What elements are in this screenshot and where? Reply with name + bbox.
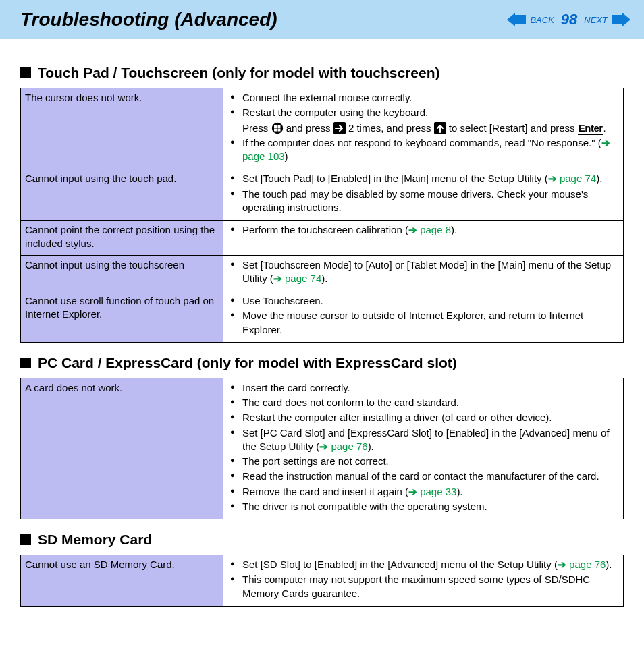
table-row: A card does not work.Insert the card cor… bbox=[21, 378, 624, 519]
solution-item: Use Touchscreen. bbox=[230, 294, 619, 308]
header-bar: Troubleshooting (Advanced) BACK 98 NEXT bbox=[0, 0, 644, 39]
key-enter: Enter bbox=[578, 122, 603, 135]
page-title: Troubleshooting (Advanced) bbox=[20, 9, 507, 30]
symptom-cell: Cannot input using the touchscreen bbox=[21, 255, 223, 291]
solution-cell: Set [Touch Pad] to [Enabled] in the [Mai… bbox=[223, 169, 624, 221]
arrow-up-key-icon bbox=[434, 122, 446, 134]
solution-cell: Set [Touchscreen Mode] to [Auto] or [Tab… bbox=[223, 255, 624, 291]
symptom-cell: Cannot use an SD Memory Card. bbox=[21, 555, 223, 607]
table-row: Cannot point the correct position using … bbox=[21, 221, 624, 256]
svg-marker-0 bbox=[507, 13, 526, 26]
solution-item: The port settings are not correct. bbox=[230, 455, 619, 468]
solution-item: The card does not conform to the card st… bbox=[230, 396, 619, 410]
symptom-cell: Cannot point the correct position using … bbox=[21, 221, 223, 256]
troubleshooting-table: The cursor does not work.Connect the ext… bbox=[20, 88, 624, 343]
troubleshooting-table: A card does not work.Insert the card cor… bbox=[20, 378, 624, 519]
square-bullet-icon bbox=[20, 358, 31, 368]
page-number: 98 bbox=[561, 11, 577, 28]
solution-item: Move the mouse cursor to outside of Inte… bbox=[230, 309, 619, 337]
page-link-arrow-icon: ➔ bbox=[408, 224, 417, 235]
svg-marker-1 bbox=[612, 13, 630, 26]
arrow-right-key-icon bbox=[333, 122, 346, 134]
page-link[interactable]: page 103 bbox=[242, 150, 285, 162]
symptom-cell: A card does not work. bbox=[21, 378, 223, 519]
solution-item: Restart the computer using the keyboard. bbox=[230, 106, 619, 119]
solution-item: The driver is not compatible with the op… bbox=[230, 500, 619, 513]
table-row: Cannot input using the touch pad.Set [To… bbox=[21, 169, 624, 221]
solution-item: Insert the card correctly. bbox=[230, 381, 619, 395]
section-heading: PC Card / ExpressCard (only for model wi… bbox=[20, 355, 624, 371]
section-heading-text: Touch Pad / Touchscreen (only for model … bbox=[38, 65, 439, 81]
solution-item: This computer may not support the maximu… bbox=[230, 573, 619, 600]
back-arrow-icon[interactable] bbox=[507, 13, 526, 26]
page-link[interactable]: page 76 bbox=[331, 441, 367, 452]
solution-item: Read the instruction manual of the card … bbox=[230, 470, 619, 483]
square-bullet-icon bbox=[20, 67, 31, 78]
solution-cell: Connect the external mouse correctly.Res… bbox=[223, 88, 624, 169]
page-link[interactable]: page 76 bbox=[569, 559, 606, 570]
troubleshooting-table: Cannot use an SD Memory Card.Set [SD Slo… bbox=[20, 555, 624, 607]
table-row: Cannot use scroll function of touch pad … bbox=[21, 291, 624, 343]
next-arrow-icon[interactable] bbox=[612, 13, 630, 26]
page-link-arrow-icon: ➔ bbox=[558, 559, 566, 570]
symptom-cell: Cannot use scroll function of touch pad … bbox=[21, 291, 223, 343]
page-nav: BACK 98 NEXT bbox=[507, 11, 630, 28]
solution-subline: Press and press 2 times, and press to se… bbox=[230, 121, 619, 135]
solution-item: Connect the external mouse correctly. bbox=[230, 91, 619, 105]
next-button[interactable]: NEXT bbox=[584, 15, 608, 25]
table-row: The cursor does not work.Connect the ext… bbox=[21, 88, 624, 169]
section-heading: Touch Pad / Touchscreen (only for model … bbox=[20, 65, 624, 81]
page-link[interactable]: page 74 bbox=[560, 173, 596, 184]
solution-item: Perform the touchscreen calibration (➔ p… bbox=[230, 223, 619, 237]
solution-cell: Insert the card correctly.The card does … bbox=[223, 378, 624, 519]
back-button[interactable]: BACK bbox=[530, 15, 554, 25]
section-heading-text: PC Card / ExpressCard (only for model wi… bbox=[38, 355, 457, 371]
solution-item: Set [Touchscreen Mode] to [Auto] or [Tab… bbox=[230, 258, 619, 286]
page-link[interactable]: page 74 bbox=[285, 273, 321, 284]
symptom-cell: The cursor does not work. bbox=[21, 88, 223, 169]
solution-item: Set [PC Card Slot] and [ExpressCard Slot… bbox=[230, 426, 619, 454]
solution-item: The touch pad may be disabled by some mo… bbox=[230, 188, 619, 215]
solution-cell: Set [SD Slot] to [Enabled] in the [Advan… bbox=[223, 555, 624, 607]
square-bullet-icon bbox=[20, 534, 31, 545]
table-row: Cannot use an SD Memory Card.Set [SD Slo… bbox=[21, 555, 624, 607]
solution-item: Set [Touch Pad] to [Enabled] in the [Mai… bbox=[230, 172, 619, 186]
solution-item: Set [SD Slot] to [Enabled] in the [Advan… bbox=[230, 558, 619, 571]
section-heading: SD Memory Card bbox=[20, 532, 624, 548]
page-link-arrow-icon: ➔ bbox=[408, 486, 417, 497]
symptom-cell: Cannot input using the touch pad. bbox=[21, 169, 223, 221]
page-link-arrow-icon: ➔ bbox=[319, 441, 328, 452]
solution-item: Remove the card and insert it again (➔ p… bbox=[230, 485, 619, 499]
solution-item: If the computer does not respond to keyb… bbox=[230, 136, 619, 164]
page-link-arrow-icon: ➔ bbox=[601, 137, 610, 148]
section-heading-text: SD Memory Card bbox=[38, 532, 152, 548]
windows-key-icon bbox=[271, 122, 284, 134]
page-content: Touch Pad / Touchscreen (only for model … bbox=[0, 39, 644, 627]
page-link[interactable]: page 33 bbox=[420, 486, 456, 497]
page-link[interactable]: page 8 bbox=[420, 224, 451, 235]
page-link-arrow-icon: ➔ bbox=[273, 273, 282, 284]
table-row: Cannot input using the touchscreenSet [T… bbox=[21, 255, 624, 291]
solution-cell: Use Touchscreen.Move the mouse cursor to… bbox=[223, 291, 624, 343]
solution-cell: Perform the touchscreen calibration (➔ p… bbox=[223, 221, 624, 256]
page-link-arrow-icon: ➔ bbox=[548, 173, 557, 184]
solution-item: Restart the computer after installing a … bbox=[230, 411, 619, 424]
